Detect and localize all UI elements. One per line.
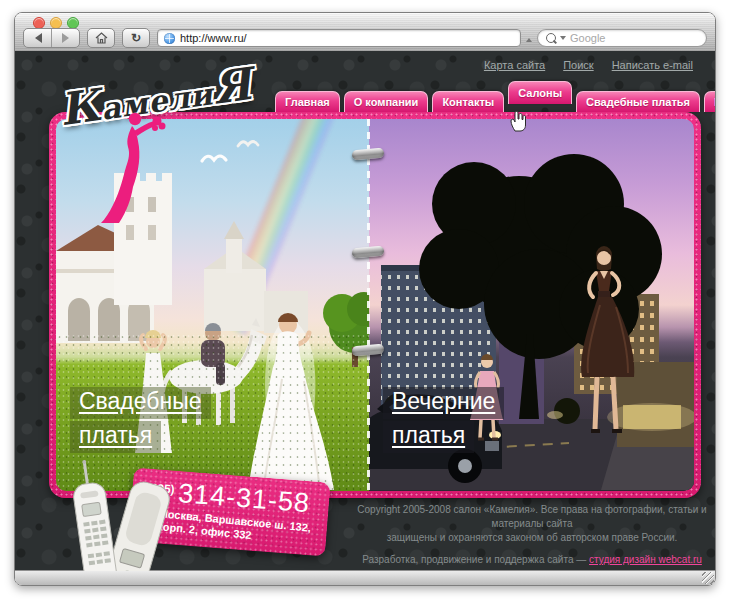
tab-home[interactable]: Главная — [275, 91, 340, 112]
browser-toolbar: ↻ http://www.ru/ Google — [23, 28, 707, 48]
copyright-line: защищены и охраняются законом об авторск… — [343, 531, 715, 545]
search-field[interactable]: Google — [537, 29, 707, 47]
tab-evening-dresses[interactable]: Вечерние платья — [704, 91, 715, 112]
reload-icon: ↻ — [131, 31, 141, 45]
resize-grip[interactable] — [702, 572, 714, 584]
back-button[interactable] — [24, 29, 51, 47]
field-resize-handle[interactable] — [526, 35, 532, 42]
forward-button[interactable] — [51, 29, 79, 47]
search-icon — [546, 33, 556, 43]
url-text: http://www.ru/ — [180, 32, 247, 44]
link-email[interactable]: Написать e-mail — [612, 59, 693, 71]
page: ↻ http://www.ru/ Google Карта сайта Поис… — [0, 0, 730, 600]
forward-icon — [62, 33, 74, 43]
title-line[interactable]: Свадебные — [70, 387, 211, 419]
site-content: Карта сайта Поиск Написать e-mail Камели… — [15, 51, 715, 571]
title-line[interactable]: платья — [383, 421, 474, 453]
cursor-pointer-icon — [507, 109, 527, 133]
tab-wedding-dresses[interactable]: Свадебные платья — [576, 91, 700, 112]
tab-label: О компании — [354, 96, 419, 108]
main-nav-tabs: Главная О компании Контакты Салоны Сваде… — [275, 82, 715, 112]
back-icon — [30, 33, 42, 43]
title-line[interactable]: платья — [70, 421, 161, 453]
fairy-silhouette-icon — [99, 109, 167, 227]
history-nav — [23, 28, 80, 48]
tab-label: Главная — [285, 96, 330, 108]
tab-about[interactable]: О компании — [344, 91, 429, 112]
utility-nav: Карта сайта Поиск Написать e-mail — [484, 59, 693, 71]
reload-button[interactable]: ↻ — [122, 28, 150, 48]
tab-label: Салоны — [518, 87, 562, 99]
search-placeholder: Google — [570, 32, 605, 44]
evening-dresses-link[interactable]: Вечерние платья — [383, 387, 504, 455]
search-dropdown-icon[interactable] — [560, 36, 566, 43]
tab-contacts[interactable]: Контакты — [432, 91, 504, 112]
browser-chrome: ↻ http://www.ru/ Google — [15, 13, 715, 52]
address-bar[interactable]: http://www.ru/ — [157, 29, 521, 47]
wedding-dresses-link[interactable]: Свадебные платья — [70, 387, 211, 455]
telephone-image — [63, 454, 175, 571]
footer: Copyright 2005-2008 салон «Камелия». Все… — [343, 503, 715, 567]
tab-label: Вечерние платья — [714, 96, 715, 108]
home-icon — [95, 32, 108, 44]
tab-label: Свадебные платья — [586, 96, 690, 108]
home-button[interactable] — [87, 28, 115, 48]
rainbow-decoration — [218, 119, 339, 336]
credits-line: Разработка, продвижение и поддержка сайт… — [343, 553, 715, 567]
credits-text: Разработка, продвижение и поддержка сайт… — [362, 554, 589, 565]
link-search[interactable]: Поиск — [563, 59, 593, 71]
page-divider-dashed-line — [367, 119, 370, 491]
site-favicon-globe-icon — [164, 33, 175, 44]
webcat-link[interactable]: студия дизайн webcat.ru — [589, 554, 702, 565]
logo-letter-last: Я — [209, 58, 256, 114]
link-sitemap[interactable]: Карта сайта — [484, 59, 545, 71]
copyright-line: Copyright 2005-2008 салон «Камелия». Все… — [343, 503, 715, 531]
title-line[interactable]: Вечерние — [383, 387, 504, 419]
tab-salons[interactable]: Салоны — [508, 81, 572, 104]
browser-status-bar — [15, 570, 715, 585]
tab-label: Контакты — [442, 96, 494, 108]
logo-letter-first: К — [56, 79, 104, 135]
browser-window: ↻ http://www.ru/ Google Карта сайта Поис… — [14, 12, 716, 586]
